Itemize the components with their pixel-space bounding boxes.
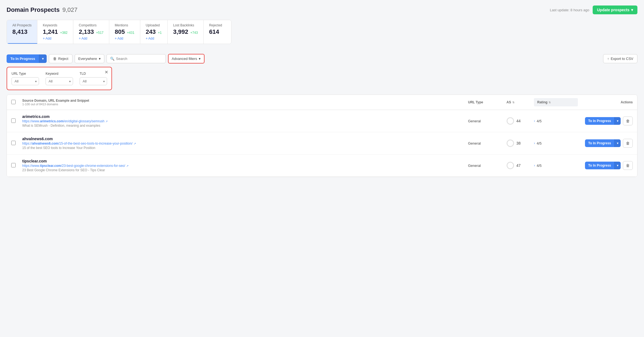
tab-label-lost_backlinks: Lost Backlinks	[173, 23, 198, 27]
tab-delta-keywords: +382	[60, 31, 68, 35]
tab-add-competitors[interactable]: + Add	[79, 37, 103, 40]
tab-uploaded[interactable]: Uploaded 243 +1 + Add	[140, 20, 168, 44]
domain-url-link-0[interactable]: https://www.arimetrics.com/en/digital-gl…	[22, 119, 104, 123]
row-checkbox-0[interactable]	[11, 118, 16, 123]
url-type-cell-2: General	[468, 164, 506, 168]
actions-cell-1: To In Progress ▾ 🗑	[578, 139, 633, 148]
keyword-select-wrapper: All	[46, 77, 73, 85]
as-progress-circle	[506, 162, 514, 169]
table-row: tipsclear.com https://www.tipsclear.com/…	[7, 154, 637, 177]
header-rating: Rating ⇅	[534, 98, 578, 106]
row-checkbox-col-1	[11, 141, 22, 146]
rating-arrow-icon-0: ›	[534, 119, 535, 123]
main-content: Source Domain, URL Example and Snippet 1…	[7, 95, 637, 177]
row-to-in-progress-dropdown-0[interactable]: ▾	[614, 117, 621, 125]
to-in-progress-dropdown-button[interactable]: ▾	[39, 54, 47, 63]
row-delete-button-0[interactable]: 🗑	[623, 117, 633, 125]
domain-url-link-1[interactable]: https://ahvalnews6.com/15-of-the-best-se…	[22, 142, 133, 145]
domain-name-2: tipsclear.com	[22, 159, 468, 163]
row-action-chevron-icon-2: ▾	[617, 164, 618, 167]
as-score-cell-1: 38	[506, 139, 534, 147]
reject-label: Reject	[58, 57, 68, 61]
domain-info-1: ahvalnews6.com https://ahvalnews6.com/15…	[22, 137, 468, 150]
url-type-select[interactable]: All General Blog Forum News Resource	[12, 77, 39, 85]
row-to-in-progress-main-0[interactable]: To In Progress	[585, 117, 614, 125]
tab-rejected[interactable]: Rejected 614	[204, 20, 231, 44]
tabs-container: All Prospects 8,413 Keywords 1,241 +382 …	[7, 20, 231, 44]
filter-tld-group: TLD All .com .net .org .io	[80, 72, 107, 85]
domain-snippet-1: 15 of the best SEO tools to Increase You…	[22, 146, 468, 150]
tab-keywords[interactable]: Keywords 1,241 +382 + Add	[37, 20, 73, 44]
rating-header-label: Rating	[537, 100, 547, 104]
action-btn-group-0: To In Progress ▾	[585, 117, 621, 125]
table-header-row: Source Domain, URL Example and Snippet 1…	[7, 95, 637, 110]
actions-header-label: Actions	[621, 100, 633, 104]
filter-panel: ✕ URL Type All General Blog Forum News R…	[7, 67, 112, 90]
update-prospects-button[interactable]: Update prospects ▾	[593, 5, 637, 14]
external-link-icon-1: ↗	[134, 142, 136, 145]
tab-value-competitors: 2,133 +517	[79, 28, 103, 35]
row-delete-icon-2: 🗑	[626, 163, 630, 168]
domain-url-link-2[interactable]: https://www.tipsclear.com/23-best-google…	[22, 164, 125, 168]
svg-point-0	[507, 118, 514, 124]
row-to-in-progress-main-1[interactable]: To In Progress	[585, 139, 614, 147]
row-to-in-progress-main-2[interactable]: To In Progress	[585, 162, 614, 169]
everywhere-dropdown[interactable]: Everywhere ▾	[75, 54, 104, 63]
keyword-label: Keyword	[46, 72, 73, 76]
tab-label-uploaded: Uploaded	[146, 23, 162, 27]
tab-label-mentions: Mentions	[115, 23, 135, 27]
row-delete-button-2[interactable]: 🗑	[623, 161, 633, 170]
tab-competitors[interactable]: Competitors 2,133 +517 + Add	[73, 20, 109, 44]
select-all-checkbox[interactable]	[11, 100, 16, 104]
action-btn-group-1: To In Progress ▾	[585, 139, 621, 147]
domain-count-subheader: 1-100 out of 8413 domains	[22, 103, 468, 106]
export-csv-button[interactable]: ↑ Export to CSV	[603, 54, 637, 63]
actions-cell-0: To In Progress ▾ 🗑	[578, 117, 633, 125]
advanced-filters-button[interactable]: Advanced filters ▾	[168, 54, 205, 63]
domain-info-0: arimetrics.com https://www.arimetrics.co…	[22, 114, 468, 128]
row-checkbox-2[interactable]	[11, 163, 16, 167]
as-score-cell-2: 47	[506, 162, 534, 169]
tab-add-mentions[interactable]: + Add	[115, 37, 135, 40]
tab-value-keywords: 1,241 +382	[43, 28, 68, 35]
tab-value-rejected: 614	[209, 28, 226, 35]
filter-close-button[interactable]: ✕	[105, 70, 108, 75]
tab-delta-competitors: +517	[96, 31, 103, 35]
tab-value-uploaded: 243 +1	[146, 28, 162, 35]
tab-add-uploaded[interactable]: + Add	[146, 37, 162, 40]
tab-lost_backlinks[interactable]: Lost Backlinks 3,992 +743	[168, 20, 204, 44]
to-in-progress-main-button[interactable]: To In Progress	[7, 54, 39, 63]
row-checkbox-col-0	[11, 118, 22, 124]
rating-cell-1: › 4/5	[534, 141, 578, 145]
as-score-value-0: 44	[516, 119, 521, 123]
header-actions: Actions	[578, 100, 633, 104]
svg-point-2	[507, 140, 514, 147]
everywhere-chevron-icon: ▾	[99, 57, 101, 61]
row-delete-button-1[interactable]: 🗑	[623, 139, 633, 148]
row-delete-icon-1: 🗑	[626, 141, 630, 145]
tld-select-wrapper: All .com .net .org .io	[80, 77, 107, 85]
header-url-type: URL Type	[468, 100, 506, 104]
row-to-in-progress-dropdown-1[interactable]: ▾	[614, 139, 621, 147]
keyword-select[interactable]: All	[46, 77, 73, 85]
update-btn-label: Update prospects	[597, 8, 629, 12]
domain-url-1: https://ahvalnews6.com/15-of-the-best-se…	[22, 142, 468, 145]
reject-button[interactable]: 🗑 Reject	[49, 54, 72, 63]
tab-all[interactable]: All Prospects 8,413	[7, 20, 37, 44]
tld-label: TLD	[80, 72, 107, 76]
as-progress-circle	[506, 139, 514, 147]
tab-label-all: All Prospects	[12, 23, 32, 27]
row-checkbox-1[interactable]	[11, 141, 16, 145]
last-update-text: Last update: 8 hours ago	[550, 8, 589, 12]
tab-add-keywords[interactable]: + Add	[43, 37, 68, 40]
url-type-header-label: URL Type	[468, 100, 483, 104]
as-sort-icon[interactable]: ⇅	[512, 101, 514, 104]
url-type-select-wrapper: All General Blog Forum News Resource	[12, 77, 39, 85]
tab-label-competitors: Competitors	[79, 23, 103, 27]
rating-sort-icon[interactable]: ⇅	[548, 101, 551, 104]
tld-select[interactable]: All .com .net .org .io	[80, 77, 107, 85]
tab-label-rejected: Rejected	[209, 23, 226, 27]
tab-mentions[interactable]: Mentions 805 +431 + Add	[109, 20, 140, 44]
row-to-in-progress-dropdown-2[interactable]: ▾	[614, 162, 621, 169]
search-input[interactable]	[116, 57, 162, 61]
